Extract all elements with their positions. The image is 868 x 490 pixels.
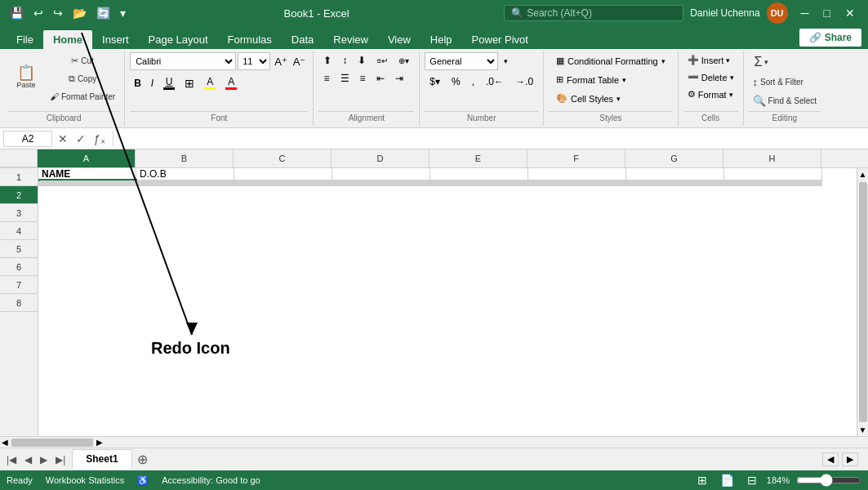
insert-cells-button[interactable]: ➕ Insert ▾ xyxy=(683,52,735,68)
col-header-F[interactable]: F xyxy=(527,149,625,167)
currency-button[interactable]: $▾ xyxy=(425,74,445,90)
cell-C8[interactable] xyxy=(234,185,332,186)
decrease-decimal-button[interactable]: .0← xyxy=(481,74,509,90)
font-color-button[interactable]: A xyxy=(221,74,241,92)
scroll-left-sheet-button[interactable]: ◀ xyxy=(822,452,839,466)
font-family-select[interactable]: Calibri xyxy=(130,52,236,70)
col-header-B[interactable]: B xyxy=(136,149,234,167)
align-middle-button[interactable]: ↕ xyxy=(337,52,352,69)
scroll-down-button[interactable]: ▼ xyxy=(857,424,868,436)
minimize-button[interactable]: ─ xyxy=(795,5,816,21)
border-button[interactable]: ⊞ xyxy=(180,74,198,92)
comma-button[interactable]: , xyxy=(467,74,479,90)
decrease-font-size-button[interactable]: A⁻ xyxy=(291,52,309,70)
tab-formulas[interactable]: Formulas xyxy=(218,30,282,49)
tab-power-pivot[interactable]: Power Pivot xyxy=(462,30,538,49)
confirm-formula-button[interactable]: ✓ xyxy=(73,131,88,146)
row-header-5[interactable]: 5 xyxy=(0,240,38,258)
close-button[interactable]: ✕ xyxy=(839,5,861,21)
share-button[interactable]: 🔗 Share xyxy=(799,29,861,47)
cut-button[interactable]: ✂ Cut xyxy=(46,52,119,69)
open-button[interactable]: 📂 xyxy=(69,5,90,21)
add-sheet-button[interactable]: ⊕ xyxy=(132,450,153,469)
undo-button[interactable]: ↩ xyxy=(30,5,47,21)
format-painter-button[interactable]: 🖌 Format Painter xyxy=(46,88,119,105)
col-header-E[interactable]: E xyxy=(430,149,527,167)
sort-filter-button[interactable]: ↕ Sort & Filter xyxy=(749,74,808,91)
delete-cells-button[interactable]: ➖ Delete ▾ xyxy=(683,69,738,85)
page-break-view-button[interactable]: ⊟ xyxy=(744,472,760,488)
cell-H8[interactable] xyxy=(724,185,822,186)
row-header-4[interactable]: 4 xyxy=(0,222,38,240)
cell-G8[interactable] xyxy=(626,185,724,186)
cell-B1[interactable]: D.O.B xyxy=(136,168,234,180)
formula-input[interactable] xyxy=(118,131,865,146)
align-top-button[interactable]: ⬆ xyxy=(318,52,336,69)
scroll-left-button[interactable]: ◀ xyxy=(0,436,10,448)
autosave-button[interactable]: 🔄 xyxy=(93,5,114,21)
col-header-D[interactable]: D xyxy=(332,149,430,167)
conditional-formatting-button[interactable]: ▦ Conditional Formatting ▾ xyxy=(549,52,673,69)
cell-F8[interactable] xyxy=(528,185,626,186)
fill-color-button[interactable]: A xyxy=(200,74,220,92)
more-quick-access-button[interactable]: ▾ xyxy=(117,5,129,21)
bold-button[interactable]: B xyxy=(130,74,145,92)
number-format-more-button[interactable]: ▾ xyxy=(500,55,512,68)
cell-D6[interactable]: ✛ xyxy=(332,184,430,185)
copy-button[interactable]: ⧉ Copy xyxy=(46,70,119,87)
tab-data[interactable]: Data xyxy=(282,30,323,49)
autosum-button[interactable]: Σ ▾ xyxy=(749,52,775,72)
corner-cell[interactable] xyxy=(0,149,38,167)
cell-H1[interactable] xyxy=(724,168,822,180)
row-header-2[interactable]: 2 xyxy=(0,186,38,204)
format-as-table-button[interactable]: ⊞ Format Table ▾ xyxy=(549,71,634,88)
col-header-H[interactable]: H xyxy=(723,149,821,167)
format-cells-button[interactable]: ⚙ Format ▾ xyxy=(683,87,737,102)
sheet-prev-button[interactable]: ◀ xyxy=(21,452,35,467)
italic-button[interactable]: I xyxy=(147,74,158,92)
cell-B8[interactable] xyxy=(136,185,234,186)
decrease-indent-button[interactable]: ⇤ xyxy=(372,70,389,87)
cell-reference-box[interactable]: A2 xyxy=(3,131,52,147)
align-bottom-button[interactable]: ⬇ xyxy=(353,52,371,69)
increase-font-size-button[interactable]: A⁺ xyxy=(272,52,290,70)
underline-button[interactable]: U xyxy=(159,74,179,92)
cell-C1[interactable] xyxy=(234,168,332,180)
avatar[interactable]: DU xyxy=(767,2,788,24)
cell-D1[interactable] xyxy=(332,168,430,180)
sheet-next-button[interactable]: ▶ xyxy=(37,452,51,467)
sheet-first-button[interactable]: |◀ xyxy=(3,452,20,467)
cell-D8[interactable] xyxy=(332,185,430,186)
tab-help[interactable]: Help xyxy=(421,30,462,49)
sheet-last-button[interactable]: ▶| xyxy=(52,452,69,467)
cell-F1[interactable] xyxy=(528,168,626,180)
row-header-7[interactable]: 7 xyxy=(0,276,38,294)
cell-styles-button[interactable]: 🎨 Cell Styles ▾ xyxy=(549,90,628,107)
normal-view-button[interactable]: ⊞ xyxy=(694,472,710,488)
scroll-thumb[interactable] xyxy=(859,182,867,422)
cell-E1[interactable] xyxy=(430,168,528,180)
tab-view[interactable]: View xyxy=(378,30,421,49)
row-header-8[interactable]: 8 xyxy=(0,294,38,312)
scroll-up-button[interactable]: ▲ xyxy=(857,168,868,180)
horizontal-scrollbar[interactable]: ◀ ▶ xyxy=(0,436,868,448)
cell-E8[interactable] xyxy=(430,185,528,186)
tab-home[interactable]: Home xyxy=(43,30,92,49)
tab-file[interactable]: File xyxy=(7,30,43,49)
align-left-button[interactable]: ≡ xyxy=(318,70,334,87)
row-header-3[interactable]: 3 xyxy=(0,204,38,222)
col-header-A[interactable]: A xyxy=(38,149,136,167)
tab-insert[interactable]: Insert xyxy=(92,30,139,49)
scroll-right-sheet-button[interactable]: ▶ xyxy=(842,452,858,466)
cell-A8[interactable] xyxy=(38,185,136,186)
horizontal-scroll-thumb[interactable] xyxy=(11,439,93,447)
zoom-slider[interactable] xyxy=(796,475,861,485)
page-layout-view-button[interactable]: 📄 xyxy=(717,472,737,488)
workbook-statistics[interactable]: Workbook Statistics xyxy=(46,475,124,485)
save-button[interactable]: 💾 xyxy=(7,5,27,21)
redo-button[interactable]: ↪ xyxy=(50,5,66,21)
increase-indent-button[interactable]: ⇥ xyxy=(390,70,408,87)
row-header-1[interactable]: 1 xyxy=(0,168,38,186)
wrap-text-button[interactable]: ≡↵ xyxy=(372,52,393,69)
percent-button[interactable]: % xyxy=(447,74,465,90)
